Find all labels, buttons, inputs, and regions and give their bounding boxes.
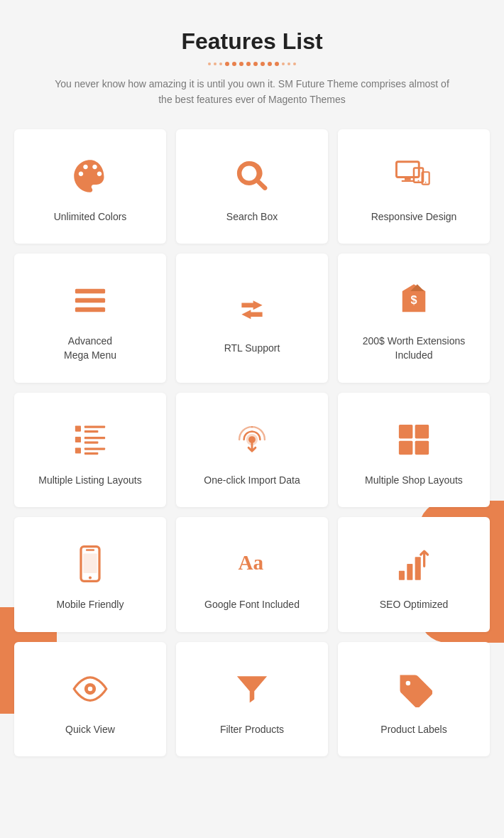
card-google-font: Aa Google Font Included	[176, 517, 328, 632]
dot	[287, 62, 290, 65]
font-icon: Aa	[231, 543, 273, 585]
listing-icon	[69, 418, 111, 461]
card-label-product-labels: Product Labels	[380, 723, 447, 737]
svg-rect-32	[407, 564, 412, 580]
card-advanced-mega-menu: Advanced Mega Menu	[14, 254, 166, 382]
svg-rect-11	[75, 425, 81, 431]
card-search-box: Search Box	[176, 129, 328, 244]
svg-rect-29	[83, 554, 97, 574]
svg-rect-19	[84, 452, 99, 454]
svg-rect-25	[415, 440, 429, 455]
svg-text:Aa: Aa	[239, 551, 264, 574]
mobile-icon	[69, 543, 111, 585]
card-seo-optimized: SEO Optimized	[338, 517, 490, 632]
seo-icon	[393, 543, 435, 585]
card-label-unlimited-colors: Unlimited Colors	[54, 210, 127, 224]
svg-rect-8	[75, 298, 105, 303]
svg-rect-0	[396, 162, 419, 178]
card-responsive-design: Responsive Design	[338, 129, 490, 244]
svg-rect-33	[415, 557, 421, 580]
dot	[219, 62, 222, 65]
features-header: Features List You never know how amazing…	[14, 28, 490, 108]
card-quick-view: Quick View	[14, 642, 166, 757]
svg-rect-15	[84, 437, 105, 439]
money-icon: $	[393, 279, 435, 322]
card-label-responsive-design: Responsive Design	[371, 210, 457, 224]
touch-icon	[231, 418, 273, 461]
card-label-one-click-import: One-click Import Data	[204, 474, 300, 488]
svg-rect-9	[75, 308, 105, 312]
search-icon	[231, 155, 273, 197]
page-wrapper: Features List You never know how amazing…	[0, 0, 504, 785]
svg-rect-18	[84, 447, 105, 450]
card-multiple-listing: Multiple Listing Layouts	[14, 393, 166, 508]
svg-rect-12	[84, 425, 105, 428]
card-label-mobile-friendly: Mobile Friendly	[57, 598, 124, 612]
shop-icon	[393, 418, 435, 461]
card-filter-products: Filter Products	[176, 642, 328, 757]
tag-icon	[393, 668, 435, 710]
features-grid: Unlimited Colors Search Box	[14, 129, 490, 757]
card-label-quick-view: Quick View	[65, 723, 115, 737]
svg-point-35	[88, 687, 93, 692]
svg-rect-23	[415, 424, 429, 438]
card-mobile-friendly: Mobile Friendly	[14, 517, 166, 632]
card-label-multiple-shop: Multiple Shop Layouts	[365, 474, 463, 488]
svg-rect-31	[399, 571, 405, 580]
card-label-seo-optimized: SEO Optimized	[380, 598, 448, 612]
svg-point-36	[406, 680, 411, 685]
svg-rect-22	[399, 424, 413, 438]
card-200-extensions: $ 200$ Worth Extensions Included	[338, 254, 490, 382]
palette-icon	[69, 155, 111, 197]
svg-rect-14	[75, 437, 81, 442]
filter-icon	[231, 668, 273, 710]
responsive-icon	[393, 155, 435, 197]
card-label-google-font: Google Font Included	[204, 598, 300, 612]
header-description: You never know how amazing it is until y…	[53, 76, 451, 108]
eye-icon	[69, 668, 111, 710]
page-title: Features List	[14, 28, 490, 55]
card-label-filter-products: Filter Products	[220, 723, 284, 737]
card-label-search-box: Search Box	[226, 210, 278, 224]
svg-rect-1	[405, 177, 411, 180]
card-label-multiple-listing: Multiple Listing Layouts	[38, 474, 142, 488]
dot	[293, 62, 296, 65]
rtl-icon	[231, 286, 273, 329]
card-unlimited-colors: Unlimited Colors	[14, 129, 166, 244]
svg-rect-13	[84, 430, 99, 432]
dot	[208, 62, 211, 65]
svg-rect-24	[399, 440, 413, 455]
dot	[239, 62, 243, 66]
svg-rect-16	[84, 441, 99, 443]
svg-point-4	[417, 180, 419, 181]
decorative-dots	[14, 62, 490, 66]
card-label-rtl-support: RTL Support	[224, 342, 280, 356]
dot	[275, 62, 279, 66]
dot	[214, 62, 217, 65]
svg-text:$: $	[410, 293, 417, 306]
svg-rect-7	[75, 289, 105, 294]
dot	[246, 62, 251, 66]
card-multiple-shop: Multiple Shop Layouts	[338, 393, 490, 508]
card-rtl-support: RTL Support	[176, 254, 328, 382]
card-product-labels: Product Labels	[338, 642, 490, 757]
dot	[282, 62, 285, 65]
card-one-click-import: One-click Import Data	[176, 393, 328, 508]
dot	[261, 62, 265, 66]
svg-rect-2	[402, 180, 414, 182]
dot	[232, 62, 236, 66]
svg-point-28	[89, 577, 92, 579]
menu-icon	[69, 279, 111, 322]
card-label-200-extensions: 200$ Worth Extensions Included	[352, 334, 476, 362]
card-label-advanced-mega-menu: Advanced Mega Menu	[64, 334, 116, 362]
dot	[253, 62, 258, 66]
dot	[268, 62, 272, 66]
svg-point-6	[425, 182, 427, 183]
dot	[225, 62, 229, 66]
svg-rect-17	[75, 447, 81, 453]
